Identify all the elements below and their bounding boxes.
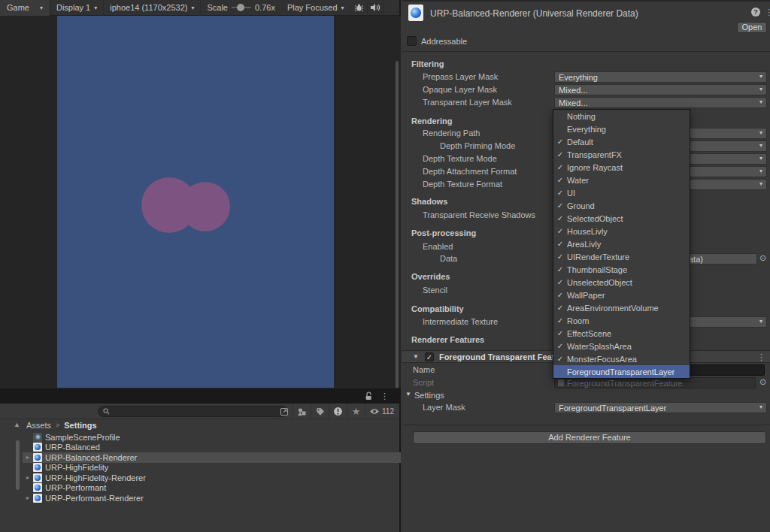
section-rendering: Rendering	[411, 116, 452, 125]
project-browser-header: ⋮	[0, 388, 399, 404]
add-renderer-feature-button[interactable]: Add Renderer Feature	[413, 431, 766, 444]
asset-list-item[interactable]: URP-Performant	[23, 483, 401, 494]
opaque-layer-mask-dropdown[interactable]: Mixed... ▾	[554, 84, 767, 95]
checkmark-icon: ✓	[553, 355, 567, 363]
settings-label: Settings	[414, 391, 444, 400]
layer-option[interactable]: ✓ TransparentFX	[553, 148, 690, 161]
checkmark-icon: ✓	[553, 329, 567, 337]
open-button[interactable]: Open	[737, 22, 767, 33]
checkmark-icon: ✓	[553, 176, 567, 184]
field-label: Rendering Path	[423, 128, 480, 138]
layer-option[interactable]: ✓ Room	[553, 314, 690, 327]
asset-icon	[33, 433, 42, 442]
slider-knob[interactable]	[237, 4, 244, 11]
play-focused-dropdown[interactable]: Play Focused ▾	[281, 0, 351, 16]
game-view-scrollbar[interactable]	[396, 61, 399, 388]
asset-list-item[interactable]: ▸ URP-Balanced-Renderer	[23, 452, 401, 463]
scale-control: Scale 0.76x	[201, 0, 280, 16]
asset-list-item[interactable]: URP-Balanced	[23, 443, 401, 453]
object-picker-icon[interactable]: ⊙	[759, 253, 766, 263]
object-picker-icon[interactable]: ⊙	[759, 377, 766, 387]
checkmark-icon: ✓	[553, 163, 567, 171]
search-field[interactable]	[98, 406, 288, 417]
eye-icon	[369, 408, 380, 415]
asset-list-item[interactable]: ▸ URP-Performant-Renderer	[23, 493, 401, 503]
section-shadows: Shadows	[411, 197, 447, 206]
layer-option[interactable]: ✓ AreaLivly	[553, 237, 690, 250]
foldout-arrow-icon[interactable]: ▸	[23, 494, 33, 501]
chevron-down-icon: ▾	[759, 318, 762, 325]
layer-option[interactable]: ✓ Ground	[553, 199, 690, 212]
scale-slider[interactable]	[232, 7, 251, 8]
section-filtering: Filtering	[411, 59, 444, 68]
feature-layer-mask-dropdown[interactable]: ForegroundTransparentLayer ▾	[554, 402, 767, 413]
checkmark-icon: ✓	[553, 278, 567, 286]
import-log-icon[interactable]	[329, 404, 347, 419]
hidden-count-toggle[interactable]: 112	[365, 404, 398, 419]
layer-option[interactable]: ✓ UnselectedObject	[553, 276, 690, 289]
asset-list-item[interactable]: ▸ URP-HighFidelity-Renderer	[23, 473, 401, 483]
layer-option[interactable]: ✓ WallPaper	[553, 289, 690, 301]
asset-list-item[interactable]: URP-HighFidelity	[23, 463, 401, 473]
checkmark-icon: ✓	[553, 316, 567, 325]
feature-menu-icon[interactable]: ⋮	[757, 352, 765, 362]
foldout-arrow-icon[interactable]: ▼	[413, 353, 419, 360]
chevron-down-icon: ▾	[94, 5, 97, 11]
breadcrumb-settings[interactable]: Settings	[64, 421, 96, 430]
feature-title: Foreground Transparent Feature	[439, 352, 568, 361]
field-label: Transparent Receive Shadows	[423, 210, 535, 219]
asset-icon	[33, 443, 42, 452]
layer-option[interactable]: ✓ Ignore Raycast	[553, 161, 690, 174]
breadcrumb-assets[interactable]: Assets	[26, 421, 51, 430]
panel-menu-icon[interactable]: ⋮	[380, 391, 389, 401]
feature-layer-mask-row: Layer Mask ForegroundTransparentLayer ▾	[402, 402, 770, 414]
filter-by-label-icon[interactable]	[311, 404, 329, 419]
layer-option[interactable]: Nothing	[553, 110, 690, 122]
game-tab[interactable]: Game ▾	[0, 0, 50, 16]
folder-column-scrollbar[interactable]	[16, 440, 20, 490]
debug-bug-icon[interactable]	[351, 0, 368, 16]
chevron-down-icon: ▾	[191, 5, 194, 11]
section-compatibility: Compatibility	[411, 304, 464, 313]
checkmark-icon: ✓	[553, 214, 567, 222]
layer-option[interactable]: ✓ EffectScene	[553, 327, 690, 340]
foldout-arrow-icon[interactable]: ▸	[23, 454, 33, 461]
filter-by-type-icon[interactable]	[293, 404, 311, 419]
foldout-arrow-icon[interactable]: ▼	[405, 391, 411, 397]
layer-option[interactable]: ✓ UI	[553, 186, 690, 199]
layer-option[interactable]: ✓ AreaEnvironmentVolume	[553, 301, 690, 314]
layer-option[interactable]: ✓ SelectedObject	[553, 212, 690, 225]
unlock-icon[interactable]	[365, 391, 373, 401]
addressable-checkbox[interactable]	[407, 36, 417, 46]
layer-option[interactable]: ✓ Water	[553, 174, 690, 186]
breadcrumb-bar: ▲ Assets > Settings	[0, 419, 399, 431]
mute-audio-icon[interactable]	[368, 0, 384, 16]
chevron-down-icon: ▾	[40, 5, 43, 11]
asset-list-item[interactable]: SampleSceneProfile	[23, 432, 401, 443]
field-label: Depth Priming Mode	[440, 141, 515, 150]
layer-option[interactable]: ✓ Default	[553, 135, 690, 148]
addressable-label: Addressable	[421, 37, 467, 46]
collapse-arrow-icon[interactable]: ▲	[14, 421, 20, 428]
asset-icon	[33, 473, 42, 482]
save-search-star-icon[interactable]: ★	[347, 404, 365, 419]
prepass-layer-mask-dropdown[interactable]: Everything ▾	[554, 71, 767, 83]
feature-enabled-checkbox[interactable]: ✓	[425, 352, 434, 361]
layer-option[interactable]: ✓ ThumbnailStage	[553, 263, 690, 276]
transparent-layer-mask-dropdown[interactable]: Mixed... ▾	[554, 97, 767, 108]
foldout-arrow-icon[interactable]: ▸	[23, 474, 33, 481]
layer-option[interactable]: ✓ UIRenderTexture	[553, 250, 690, 263]
layer-option[interactable]: Everything	[553, 122, 690, 135]
layer-option[interactable]: ✓ WaterSplashArea	[553, 340, 690, 352]
open-in-search-icon[interactable]	[274, 404, 293, 419]
inspector-menu-icon[interactable]: ⋮	[765, 8, 770, 17]
resolution-dropdown[interactable]: iphoe14 (1170x2532) ▾	[104, 0, 201, 16]
layer-option[interactable]: ForegroundTransparentLayer	[553, 365, 690, 378]
layer-option[interactable]: ✓ MonsterFocusArea	[553, 352, 690, 365]
chevron-down-icon: ▾	[341, 5, 344, 11]
help-icon[interactable]: ?	[751, 8, 760, 17]
layer-option[interactable]: ✓ HouseLivly	[553, 225, 690, 237]
asset-icon	[33, 463, 42, 472]
display-dropdown[interactable]: Display 1 ▾	[50, 0, 104, 16]
field-label: Prepass Layer Mask	[423, 72, 498, 81]
